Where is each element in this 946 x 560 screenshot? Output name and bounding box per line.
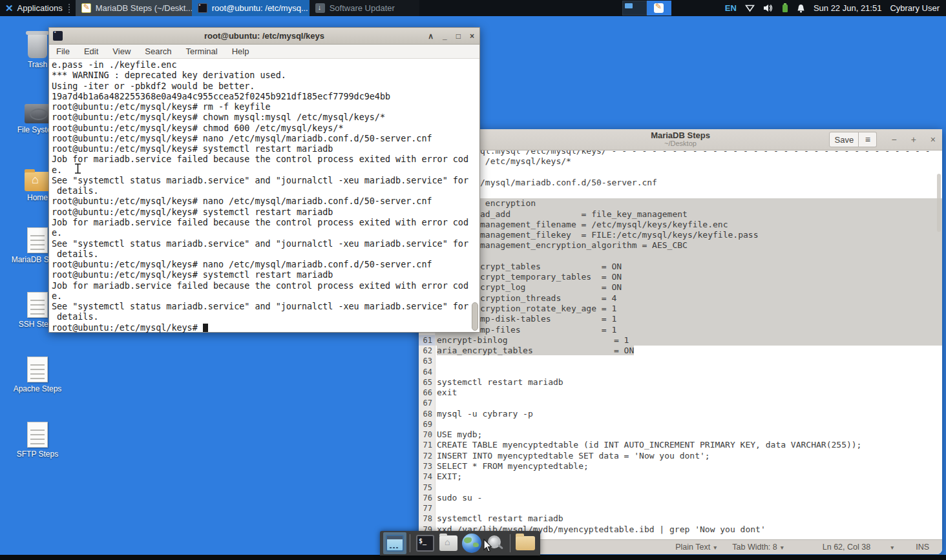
keyboard-layout-indicator[interactable]: EN: [725, 3, 737, 13]
chevron-down-icon: ▾: [713, 544, 717, 551]
editor-row[interactable]: ql:mysql /etc/mysql/keys/ - - - - - - - …: [419, 150, 942, 156]
desktop-icon-apache-steps[interactable]: Apache Steps: [6, 357, 68, 393]
editor-row[interactable]: management_encryption_algorithm = AES_CB…: [419, 240, 942, 251]
terminal-body[interactable]: e.pass -in ./keyfile.enc*** WARNING : de…: [49, 59, 479, 335]
hamburger-menu-button[interactable]: ≡: [859, 132, 877, 147]
taskbar-item-mariadb-steps[interactable]: MariaDB Steps (~/Deskt...: [76, 0, 192, 16]
terminal-scrollbar-thumb[interactable]: [472, 302, 478, 331]
editor-row[interactable]: 74EXIT;: [419, 472, 942, 482]
editor-row[interactable]: 64: [419, 367, 942, 377]
editor-row[interactable]: 62aria_encrypt_tables = ON: [419, 346, 942, 356]
terminal-line: Job for mariadb.service failed because t…: [52, 218, 479, 228]
workspace-pager[interactable]: [622, 1, 671, 16]
network-icon[interactable]: [745, 5, 755, 12]
statusbar-tabwidth-label: Tab Width: 8: [732, 543, 777, 552]
battery-icon[interactable]: [782, 3, 788, 13]
editor-row[interactable]: ad_add = file_key_management: [419, 209, 942, 220]
editor-row[interactable]: mp-files = 1: [419, 325, 942, 335]
applications-menu-button[interactable]: Applications: [17, 3, 63, 13]
editor-line-text: cryption_threads = 4: [436, 293, 942, 304]
workspace-2-active[interactable]: [647, 1, 671, 16]
editor-row[interactable]: 71CREATE TABLE myencyptedtable (id INT A…: [419, 440, 942, 450]
editor-row[interactable]: /mysql/mariadb.conf.d/50-server.cnf: [419, 178, 942, 188]
editor-row[interactable]: 72INSERT INTO myencyptedtable SET data =…: [419, 451, 942, 461]
terminal-line: Job for mariadb.service failed because t…: [52, 154, 479, 165]
line-number: 67: [419, 398, 436, 408]
editor-row[interactable]: 65systemctl restart mariadb: [419, 377, 942, 388]
editor-row[interactable]: crypt_log = ON: [419, 282, 942, 293]
line-number: 68: [419, 409, 436, 419]
editor-row[interactable]: 70USE mydb;: [419, 430, 942, 440]
editor-row[interactable]: crypt_temporary_tables = ON: [419, 272, 942, 282]
editor-row[interactable]: 68mysql -u cybrary -p: [419, 409, 942, 419]
terminal-minimize-button[interactable]: _: [443, 32, 447, 41]
editor-row[interactable]: 69: [419, 419, 942, 430]
terminal-line: root@ubuntu:/etc/mysql/keys# nano /etc/m…: [52, 134, 479, 144]
editor-row[interactable]: 76sudo su -: [419, 493, 942, 503]
editor-row[interactable]: [419, 167, 942, 178]
screen-bottom-edge: [0, 555, 946, 560]
dock-item-file-manager[interactable]: [437, 532, 460, 554]
terminal-menu-terminal[interactable]: Terminal: [179, 47, 225, 56]
editor-row[interactable]: cryption_threads = 4: [419, 293, 942, 304]
panel-handle: [68, 3, 70, 14]
editor-maximize-button[interactable]: +: [911, 134, 916, 145]
editor-row[interactable]: 61encrypt-binlog = 1: [419, 335, 942, 346]
editor-headerbar[interactable]: MariaDB Steps ~/Desktop Save ≡ − + ×: [419, 129, 942, 150]
terminal-menu-help[interactable]: Help: [225, 47, 257, 56]
statusbar-cursor-position[interactable]: Ln 62, Col 38: [823, 543, 870, 552]
statusbar-tabwidth-selector[interactable]: Tab Width: 8 ▾: [732, 543, 784, 552]
editor-minimize-button[interactable]: −: [891, 134, 896, 145]
dock-item-web-browser[interactable]: [460, 532, 483, 554]
terminal-maximize-button[interactable]: □: [456, 32, 461, 41]
dock-item-file-folder[interactable]: [514, 532, 537, 554]
terminal-menu-search[interactable]: Search: [138, 47, 178, 56]
editor-text-area[interactable]: ql:mysql /etc/mysql/keys/ - - - - - - - …: [419, 150, 942, 541]
editor-row[interactable]: 78systemctl restart mariadb: [419, 513, 942, 524]
editor-row[interactable]: 73SELECT * FROM myencyptedtable;: [419, 461, 942, 472]
editor-row[interactable]: mp-disk-tables = 1: [419, 314, 942, 324]
editor-row[interactable]: 66exit: [419, 388, 942, 398]
editor-window-subtitle: ~/Desktop: [651, 140, 710, 148]
workspace-1[interactable]: [622, 1, 647, 16]
terminal-titlebar[interactable]: root@ubuntu: /etc/mysql/keys ∧ _ □ ×: [49, 28, 479, 45]
editor-row[interactable]: 67: [419, 398, 942, 408]
terminal-line: details.: [52, 186, 479, 196]
editor-row[interactable]: management_filekey = FILE:/etc/mysql/key…: [419, 230, 942, 240]
terminal-line: root@ubuntu:/etc/mysql/keys#: [52, 323, 479, 333]
editor-row[interactable]: 63: [419, 356, 942, 366]
editor-scrollbar[interactable]: [937, 174, 941, 232]
terminal-menu-edit[interactable]: Edit: [77, 47, 105, 56]
editor-row[interactable]: 77: [419, 503, 942, 513]
user-menu[interactable]: Cybrary User: [890, 3, 940, 13]
editor-row[interactable]: encryption: [419, 198, 942, 209]
editor-row[interactable]: [419, 251, 942, 262]
statusbar-language-selector[interactable]: Plain Text ▾: [675, 543, 717, 552]
taskbar-item-terminal[interactable]: root@ubuntu: /etc/mysq...: [192, 0, 310, 16]
editor-row[interactable]: cryption_rotate_key_age = 1: [419, 304, 942, 314]
notifications-bell-icon[interactable]: [797, 4, 805, 13]
dock-item-show-desktop[interactable]: [383, 532, 406, 554]
editor-row[interactable]: 75: [419, 482, 942, 493]
terminal-line: See "systemctl status mariadb.service" a…: [52, 302, 479, 312]
editor-line-text: [436, 398, 942, 408]
terminal-close-button[interactable]: ×: [470, 32, 474, 41]
top-panel: ✕ Applications MariaDB Steps (~/Deskt...…: [0, 0, 946, 16]
volume-icon[interactable]: [763, 4, 773, 12]
dock-item-terminal-emulator[interactable]: $_: [414, 532, 437, 554]
terminal-menu-file[interactable]: File: [49, 47, 77, 56]
clock[interactable]: Sun 22 Jun, 21:51: [814, 3, 882, 13]
editor-row[interactable]: crypt_tables = ON: [419, 262, 942, 272]
dock: $_: [380, 531, 540, 555]
desktop-icon-sftp-steps[interactable]: SFTP Steps: [6, 422, 68, 459]
editor-row[interactable]: /etc/mysql/keys/*: [419, 156, 942, 167]
editor-line-text: [436, 251, 942, 262]
terminal-shade-button[interactable]: ∧: [428, 32, 434, 41]
editor-row[interactable]: management_filename = /etc/mysql/keys/ke…: [419, 220, 942, 230]
editor-row[interactable]: [419, 188, 942, 198]
terminal-menu-view[interactable]: View: [105, 47, 138, 56]
editor-close-button[interactable]: ×: [930, 134, 936, 145]
save-button[interactable]: Save: [829, 132, 859, 147]
taskbar-item-software-updater[interactable]: Software Updater: [310, 0, 419, 16]
chevron-down-icon[interactable]: ▾: [890, 544, 894, 551]
